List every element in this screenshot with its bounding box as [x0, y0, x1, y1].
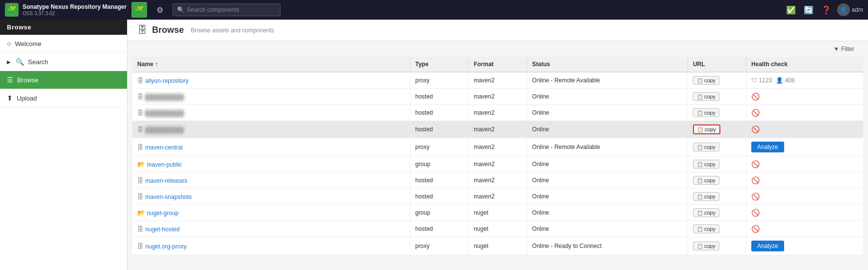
cell-type: hosted: [410, 189, 468, 205]
repo-type-icon: 🗄: [137, 225, 144, 233]
cell-health: 🚫: [746, 156, 863, 172]
table-row: 🗄 ██████████hostedmaven2Online📋 copy🚫: [132, 105, 863, 121]
cell-url: 📋 copy: [688, 105, 746, 121]
copy-icon: 📋: [697, 110, 703, 116]
cell-type: group: [410, 205, 468, 221]
copy-icon: 📋: [697, 127, 703, 132]
cell-type: proxy: [410, 72, 468, 89]
repo-name-link[interactable]: nuget.org-proxy: [145, 243, 186, 250]
cell-health: 🚫: [746, 105, 863, 121]
repo-type-icon: 📂: [137, 209, 145, 217]
cell-name: 🗄 aliyun-repository: [132, 72, 410, 89]
cell-status: Online: [527, 205, 688, 221]
cell-health: Analyze: [746, 237, 863, 255]
nav-browse-icon[interactable]: 🧩: [131, 2, 147, 18]
repo-name-link[interactable]: maven-central: [145, 144, 182, 151]
user-label: adm: [852, 6, 863, 13]
health-na: 🚫: [751, 209, 760, 217]
col-name: Name ↑: [132, 57, 410, 72]
copy-icon: 📋: [697, 210, 703, 216]
copy-url-button[interactable]: 📋 copy: [693, 176, 719, 185]
repo-name-blurred: ██████████: [145, 110, 183, 116]
health-na: 🚫: [751, 109, 760, 117]
copy-url-button[interactable]: 📋 copy: [693, 108, 719, 117]
cell-health: 🚫: [746, 221, 863, 237]
table-row: 🗄 maven-centralproxymaven2Online - Remot…: [132, 138, 863, 156]
page-subtitle: Browse assets and components: [191, 27, 274, 34]
copy-icon: 📋: [697, 178, 703, 183]
filter-button[interactable]: ▼ Filter: [829, 44, 858, 54]
table-header: Name ↑ Type Format Status URL Health che…: [132, 57, 863, 72]
cell-url: 📋 copy: [688, 156, 746, 172]
app-logo-text: Sonatype Nexus Repository Manager OSS 3.…: [23, 3, 127, 16]
content-toolbar: ▼ Filter: [128, 41, 868, 57]
cell-health: 🚫: [746, 189, 863, 205]
cell-type: hosted: [410, 121, 468, 138]
search-bar[interactable]: 🔍: [173, 3, 281, 16]
repo-name-link[interactable]: maven-snapshots: [145, 194, 192, 200]
repo-name-link[interactable]: nuget-hosted: [145, 226, 179, 233]
browse-icon: ☰: [7, 76, 13, 84]
analyze-button[interactable]: Analyze: [751, 142, 784, 152]
copy-url-button[interactable]: 📋 copy: [693, 160, 719, 169]
search-input[interactable]: [187, 6, 265, 13]
copy-icon: 📋: [697, 244, 703, 249]
status-icon[interactable]: ✅: [784, 3, 798, 17]
table-row: 🗄 nuget-hostedhostednugetOnline📋 copy🚫: [132, 221, 863, 237]
cell-format: maven2: [468, 172, 527, 189]
cell-status: Online: [527, 121, 688, 138]
repo-name-link[interactable]: aliyun-repository: [145, 77, 188, 84]
cell-type: group: [410, 156, 468, 172]
refresh-icon[interactable]: 🔄: [802, 3, 816, 17]
repo-type-icon: 🗄: [137, 126, 144, 133]
copy-url-button[interactable]: 📋 copy: [693, 76, 719, 85]
content-header: 🗄 Browse Browse assets and components: [128, 20, 868, 41]
analyze-button[interactable]: Analyze: [751, 241, 784, 251]
copy-icon: 📋: [697, 78, 703, 83]
cell-format: maven2: [468, 105, 527, 121]
cell-status: Online: [527, 105, 688, 121]
cell-name: 📂 nuget-group: [132, 205, 410, 221]
topbar: 🧩 Sonatype Nexus Repository Manager OSS …: [0, 0, 868, 20]
avatar: 👤: [837, 3, 850, 16]
copy-icon: 📋: [697, 226, 703, 232]
sidebar-item-browse[interactable]: ☰ Browse: [0, 71, 127, 89]
repo-name-link[interactable]: nuget-group: [147, 210, 179, 217]
table-row: 🗄 nuget.org-proxyproxynugetOnline - Read…: [132, 237, 863, 255]
user-menu[interactable]: 👤 adm: [837, 3, 863, 16]
cell-status: Online - Remote Available: [527, 138, 688, 156]
repo-name-link[interactable]: maven-public: [147, 161, 181, 168]
repositories-table: Name ↑ Type Format Status URL Health che…: [132, 57, 863, 255]
cell-url: 📋 copy: [688, 121, 746, 138]
copy-url-button[interactable]: 📋 copy: [693, 92, 719, 101]
cell-type: hosted: [410, 172, 468, 189]
repo-name-blurred: ██████████: [145, 127, 183, 133]
app-title: Sonatype Nexus Repository Manager: [23, 3, 127, 10]
sidebar-item-upload-label: Upload: [17, 95, 37, 102]
repo-name-link[interactable]: maven-releases: [145, 177, 187, 184]
cell-format: maven2: [468, 121, 527, 138]
nav-settings-icon[interactable]: ⚙: [152, 2, 168, 18]
copy-url-button[interactable]: 📋 copy: [693, 208, 719, 217]
sidebar-item-upload[interactable]: ⬆ Upload: [0, 89, 127, 107]
help-icon[interactable]: ❓: [819, 3, 833, 17]
upload-icon: ⬆: [7, 94, 13, 102]
cell-name: 📂 maven-public: [132, 156, 410, 172]
health-na: 🚫: [751, 160, 760, 168]
copy-url-button[interactable]: 📋 copy: [693, 192, 719, 201]
col-type: Type: [410, 57, 468, 72]
copy-url-button[interactable]: 📋 copy: [693, 143, 719, 151]
sidebar-item-welcome[interactable]: ○ Welcome: [0, 35, 127, 53]
copy-url-button[interactable]: 📋 copy: [693, 124, 720, 134]
table-row: 🗄 maven-snapshotshostedmaven2Online📋 cop…: [132, 189, 863, 205]
copy-url-button[interactable]: 📋 copy: [693, 242, 719, 250]
sidebar-item-search-label: Search: [28, 58, 48, 66]
copy-url-button[interactable]: 📋 copy: [693, 224, 719, 233]
health-comp: 👤 408: [776, 77, 794, 84]
copy-icon: 📋: [697, 162, 703, 167]
cell-name: 🗄 nuget-hosted: [132, 221, 410, 237]
table-row: 🗄 ██████████hostedmaven2Online📋 copy🚫: [132, 89, 863, 105]
cell-url: 📋 copy: [688, 205, 746, 221]
sidebar-item-search[interactable]: ▶ 🔍 Search: [0, 53, 127, 71]
content-header-icon: 🗄: [137, 25, 147, 36]
